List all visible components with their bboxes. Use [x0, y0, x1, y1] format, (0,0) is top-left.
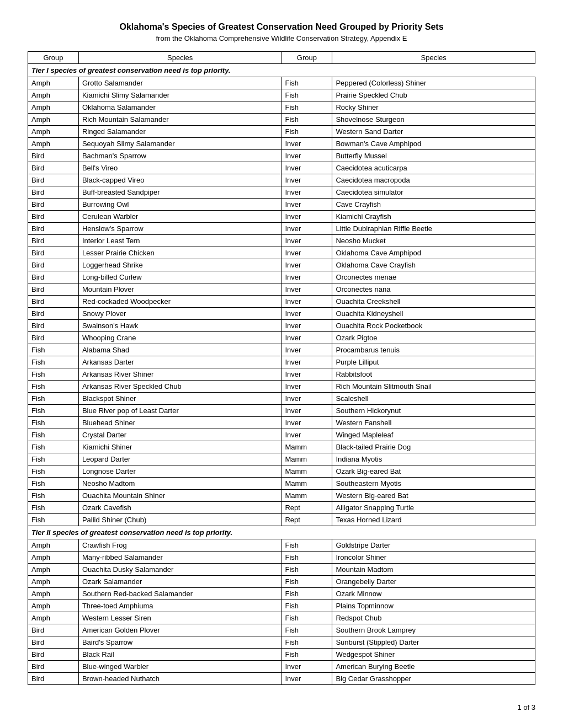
group-cell: Bird [28, 308, 79, 320]
group-cell: Mamm [282, 465, 332, 478]
species-cell: Neosho Mucket [332, 235, 535, 247]
group-cell: Fish [28, 490, 79, 502]
species-cell: Ouachita Dusky Salamander [78, 564, 282, 576]
species-cell: Ironcolor Shiner [332, 552, 535, 564]
group-cell: Inver [282, 320, 332, 332]
species-cell: American Burying Beetle [332, 661, 535, 673]
group-cell: Amph [28, 89, 79, 101]
group-cell: Bird [28, 174, 79, 186]
species-cell: Brown-headed Nuthatch [78, 673, 282, 685]
group-cell: Amph [28, 612, 79, 624]
species-cell: Purple Lilliput [332, 356, 535, 368]
group-cell: Fish [282, 101, 332, 114]
species-cell: Loggerhead Shrike [78, 259, 282, 271]
group-cell: Inver [282, 271, 332, 283]
group-cell: Fish [28, 356, 79, 368]
species-cell: Caecidotea macropoda [332, 174, 535, 186]
species-cell: Grotto Salamander [78, 77, 282, 89]
group-cell: Bird [28, 259, 79, 271]
species-cell: Red-cockaded Woodpecker [78, 296, 282, 308]
group-cell: Inver [282, 332, 332, 344]
species-cell: Cave Crayfish [332, 199, 535, 211]
group-cell: Inver [282, 308, 332, 320]
species-cell: Three-toed Amphiuma [78, 600, 282, 612]
species-cell: Neosho Madtom [78, 478, 282, 490]
group-cell: Fish [282, 114, 332, 126]
group-cell: Fish [28, 453, 79, 465]
group-cell: Mamm [282, 441, 332, 453]
species-cell: Longnose Darter [78, 465, 282, 478]
species-cell: Wedgespot Shiner [332, 649, 535, 661]
species-cell: Baird's Sparrow [78, 636, 282, 649]
species-cell: Oklahoma Cave Amphipod [332, 247, 535, 259]
group-cell: Amph [28, 126, 79, 138]
group-cell: Amph [28, 564, 79, 576]
group-cell: Fish [282, 636, 332, 649]
species-cell: Shovelnose Sturgeon [332, 114, 535, 126]
group-cell: Amph [28, 552, 79, 564]
species-cell: Scaleshell [332, 393, 535, 405]
group-cell: Bird [28, 649, 79, 661]
group-cell: Inver [282, 174, 332, 186]
species-cell: Caecidotea simulator [332, 186, 535, 199]
species-cell: Pallid Shiner (Chub) [78, 514, 282, 526]
species-cell: Ozark Pigtoe [332, 332, 535, 344]
group-cell: Fish [28, 502, 79, 514]
species-cell: Caecidotea acuticarpa [332, 162, 535, 174]
group-cell: Bird [28, 199, 79, 211]
page-number: 1 of 3 [517, 703, 535, 711]
species-cell: Whooping Crane [78, 332, 282, 344]
group-cell: Mamm [282, 478, 332, 490]
species-cell: Rich Mountain Slitmouth Snail [332, 381, 535, 393]
species-cell: Ozark Minnow [332, 588, 535, 600]
group-cell: Inver [282, 283, 332, 296]
species-cell: Swainson's Hawk [78, 320, 282, 332]
group-cell: Bird [28, 162, 79, 174]
group-cell: Mamm [282, 453, 332, 465]
header-species-right: Species [332, 52, 535, 64]
group-cell: Bird [28, 332, 79, 344]
species-cell: Goldstripe Darter [332, 539, 535, 552]
species-cell: Prairie Speckled Chub [332, 89, 535, 101]
species-cell: Oklahoma Salamander [78, 101, 282, 114]
species-cell: American Golden Plover [78, 624, 282, 636]
species-cell: Bell's Vireo [78, 162, 282, 174]
species-cell: Redspot Chub [332, 612, 535, 624]
group-cell: Mamm [282, 490, 332, 502]
species-cell: Kiamichi Shiner [78, 441, 282, 453]
species-cell: Arkansas Darter [78, 356, 282, 368]
species-cell: Black-capped Vireo [78, 174, 282, 186]
group-cell: Fish [28, 465, 79, 478]
species-cell: Cerulean Warbler [78, 211, 282, 223]
species-cell: Alligator Snapping Turtle [332, 502, 535, 514]
species-cell: Butterfly Mussel [332, 150, 535, 162]
group-cell: Inver [282, 673, 332, 685]
species-cell: Procambarus tenuis [332, 344, 535, 356]
species-cell: Orconectes nana [332, 283, 535, 296]
species-cell: Indiana Myotis [332, 453, 535, 465]
species-cell: Bluehead Shiner [78, 417, 282, 429]
species-cell: Blue River pop of Least Darter [78, 405, 282, 417]
group-cell: Inver [282, 368, 332, 381]
group-cell: Amph [28, 101, 79, 114]
group-cell: Fish [28, 478, 79, 490]
species-cell: Southeastern Myotis [332, 478, 535, 490]
species-cell: Western Sand Darter [332, 126, 535, 138]
group-cell: Amph [28, 539, 79, 552]
group-cell: Rept [282, 514, 332, 526]
group-cell: Inver [282, 223, 332, 235]
group-cell: Inver [282, 296, 332, 308]
species-cell: Texas Horned Lizard [332, 514, 535, 526]
main-table: Group Species Group Species Tier I speci… [28, 51, 535, 685]
species-cell: Western Lesser Siren [78, 612, 282, 624]
group-cell: Inver [282, 259, 332, 271]
group-cell: Inver [282, 393, 332, 405]
group-cell: Rept [282, 502, 332, 514]
species-cell: Ouachita Rock Pocketbook [332, 320, 535, 332]
group-cell: Inver [282, 405, 332, 417]
group-cell: Fish [282, 624, 332, 636]
group-cell: Fish [282, 588, 332, 600]
species-cell: Orangebelly Darter [332, 576, 535, 588]
group-cell: Inver [282, 186, 332, 199]
group-cell: Bird [28, 320, 79, 332]
